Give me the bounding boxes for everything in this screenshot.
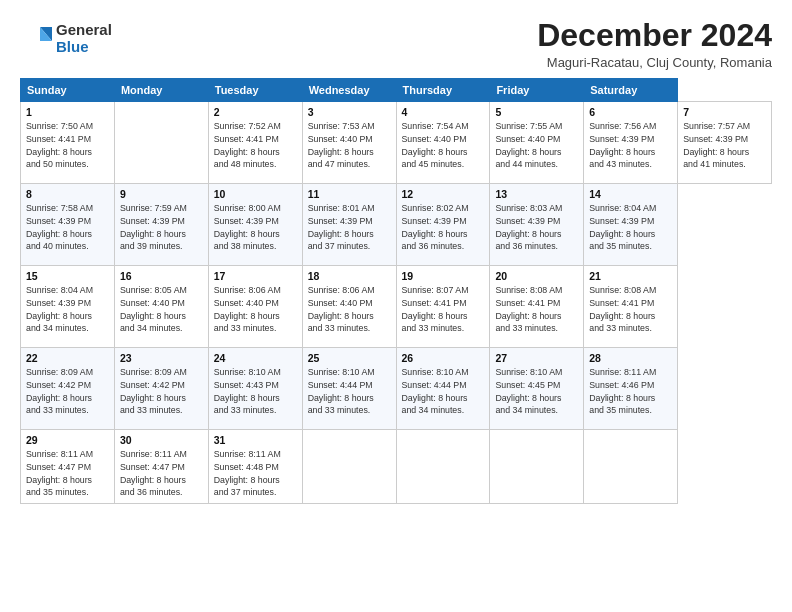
calendar-cell-4: 5Sunrise: 7:55 AMSunset: 4:40 PMDaylight… — [490, 102, 584, 184]
col-friday: Friday — [490, 79, 584, 102]
calendar-week-4: 22Sunrise: 8:09 AMSunset: 4:42 PMDayligh… — [21, 348, 772, 430]
logo-blue: Blue — [56, 39, 112, 56]
calendar-cell-w5-4 — [396, 430, 490, 504]
calendar-cell-w2-4: 12Sunrise: 8:02 AMSunset: 4:39 PMDayligh… — [396, 184, 490, 266]
calendar-cell-w5-3 — [302, 430, 396, 504]
calendar-cell-6: 7Sunrise: 7:57 AMSunset: 4:39 PMDaylight… — [678, 102, 772, 184]
day-info: Sunrise: 7:50 AMSunset: 4:41 PMDaylight:… — [26, 120, 109, 171]
calendar-cell-w5-5 — [490, 430, 584, 504]
header: General Blue December 2024 Maguri-Racata… — [20, 18, 772, 70]
calendar-week-1: 1Sunrise: 7:50 AMSunset: 4:41 PMDaylight… — [21, 102, 772, 184]
calendar-cell-w3-5: 20Sunrise: 8:08 AMSunset: 4:41 PMDayligh… — [490, 266, 584, 348]
calendar-cell-w2-0: 8Sunrise: 7:58 AMSunset: 4:39 PMDaylight… — [21, 184, 115, 266]
calendar-cell-w4-0: 22Sunrise: 8:09 AMSunset: 4:42 PMDayligh… — [21, 348, 115, 430]
calendar-week-2: 8Sunrise: 7:58 AMSunset: 4:39 PMDaylight… — [21, 184, 772, 266]
day-num: 1 — [26, 106, 109, 118]
col-thursday: Thursday — [396, 79, 490, 102]
calendar-cell-w3-4: 19Sunrise: 8:07 AMSunset: 4:41 PMDayligh… — [396, 266, 490, 348]
calendar-cell-w4-5: 27Sunrise: 8:10 AMSunset: 4:45 PMDayligh… — [490, 348, 584, 430]
logo: General Blue — [20, 22, 112, 55]
page: General Blue December 2024 Maguri-Racata… — [0, 0, 792, 612]
calendar-header-row: Sunday Monday Tuesday Wednesday Thursday… — [21, 79, 772, 102]
calendar-cell-w3-2: 17Sunrise: 8:06 AMSunset: 4:40 PMDayligh… — [208, 266, 302, 348]
logo-text: General Blue — [56, 22, 112, 55]
calendar-cell-w2-1: 9Sunrise: 7:59 AMSunset: 4:39 PMDaylight… — [114, 184, 208, 266]
calendar-cell-0 — [114, 102, 208, 184]
calendar-cell-1: 1Sunrise: 7:50 AMSunset: 4:41 PMDaylight… — [21, 102, 115, 184]
calendar: Sunday Monday Tuesday Wednesday Thursday… — [20, 78, 772, 504]
logo-general: General — [56, 22, 112, 39]
calendar-cell-2: 3Sunrise: 7:53 AMSunset: 4:40 PMDaylight… — [302, 102, 396, 184]
calendar-cell-w4-2: 24Sunrise: 8:10 AMSunset: 4:43 PMDayligh… — [208, 348, 302, 430]
calendar-cell-w5-2: 31Sunrise: 8:11 AMSunset: 4:48 PMDayligh… — [208, 430, 302, 504]
calendar-cell-w2-3: 11Sunrise: 8:01 AMSunset: 4:39 PMDayligh… — [302, 184, 396, 266]
col-wednesday: Wednesday — [302, 79, 396, 102]
col-monday: Monday — [114, 79, 208, 102]
calendar-cell-w4-4: 26Sunrise: 8:10 AMSunset: 4:44 PMDayligh… — [396, 348, 490, 430]
calendar-cell-w4-1: 23Sunrise: 8:09 AMSunset: 4:42 PMDayligh… — [114, 348, 208, 430]
month-title: December 2024 — [537, 18, 772, 53]
logo-icon — [20, 23, 52, 55]
calendar-cell-w3-0: 15Sunrise: 8:04 AMSunset: 4:39 PMDayligh… — [21, 266, 115, 348]
calendar-cell-w5-1: 30Sunrise: 8:11 AMSunset: 4:47 PMDayligh… — [114, 430, 208, 504]
calendar-cell-3: 4Sunrise: 7:54 AMSunset: 4:40 PMDaylight… — [396, 102, 490, 184]
calendar-cell-w5-6 — [584, 430, 678, 504]
calendar-cell-w2-2: 10Sunrise: 8:00 AMSunset: 4:39 PMDayligh… — [208, 184, 302, 266]
calendar-cell-w2-6: 14Sunrise: 8:04 AMSunset: 4:39 PMDayligh… — [584, 184, 678, 266]
calendar-cell-5: 6Sunrise: 7:56 AMSunset: 4:39 PMDaylight… — [584, 102, 678, 184]
calendar-cell-w4-3: 25Sunrise: 8:10 AMSunset: 4:44 PMDayligh… — [302, 348, 396, 430]
calendar-cell-w3-1: 16Sunrise: 8:05 AMSunset: 4:40 PMDayligh… — [114, 266, 208, 348]
calendar-cell-w5-0: 29Sunrise: 8:11 AMSunset: 4:47 PMDayligh… — [21, 430, 115, 504]
calendar-cell-w2-5: 13Sunrise: 8:03 AMSunset: 4:39 PMDayligh… — [490, 184, 584, 266]
location: Maguri-Racatau, Cluj County, Romania — [537, 55, 772, 70]
calendar-cell-w3-3: 18Sunrise: 8:06 AMSunset: 4:40 PMDayligh… — [302, 266, 396, 348]
calendar-week-5: 29Sunrise: 8:11 AMSunset: 4:47 PMDayligh… — [21, 430, 772, 504]
col-sunday: Sunday — [21, 79, 115, 102]
calendar-cell-1: 2Sunrise: 7:52 AMSunset: 4:41 PMDaylight… — [208, 102, 302, 184]
col-saturday: Saturday — [584, 79, 678, 102]
title-block: December 2024 Maguri-Racatau, Cluj Count… — [537, 18, 772, 70]
calendar-cell-w4-6: 28Sunrise: 8:11 AMSunset: 4:46 PMDayligh… — [584, 348, 678, 430]
calendar-cell-w3-6: 21Sunrise: 8:08 AMSunset: 4:41 PMDayligh… — [584, 266, 678, 348]
calendar-week-3: 15Sunrise: 8:04 AMSunset: 4:39 PMDayligh… — [21, 266, 772, 348]
col-tuesday: Tuesday — [208, 79, 302, 102]
